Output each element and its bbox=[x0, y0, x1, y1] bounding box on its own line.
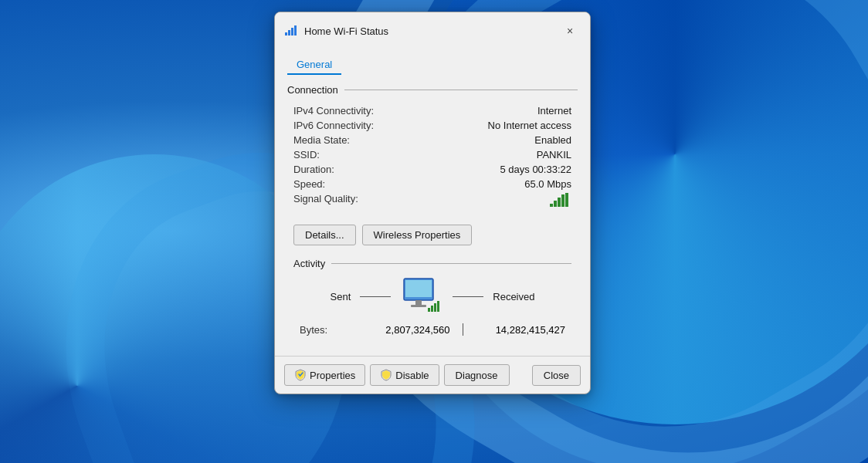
connection-label: Connection bbox=[287, 84, 338, 96]
ipv6-value: No Internet access bbox=[488, 120, 571, 131]
ssid-label: SSID: bbox=[293, 149, 320, 161]
received-line bbox=[453, 296, 483, 297]
ipv4-label: IPv4 Connectivity: bbox=[293, 105, 374, 117]
svg-rect-4 bbox=[550, 204, 553, 207]
svg-rect-6 bbox=[558, 198, 561, 207]
svg-rect-7 bbox=[561, 194, 565, 207]
bytes-row: Bytes: 2,807,324,560 14,282,415,427 bbox=[293, 322, 571, 337]
disable-shield-icon bbox=[380, 369, 392, 381]
disable-label: Disable bbox=[395, 370, 429, 381]
svg-rect-12 bbox=[411, 305, 426, 307]
wireless-properties-button[interactable]: Wireless Properties bbox=[362, 225, 473, 245]
activity-area: Activity Sent bbox=[287, 252, 578, 343]
close-title-button[interactable]: × bbox=[559, 20, 581, 42]
bytes-divider bbox=[463, 323, 463, 336]
duration-label: Duration: bbox=[293, 164, 334, 175]
tab-bar: General bbox=[287, 51, 578, 81]
duration-row: Duration: 5 days 00:33:22 bbox=[287, 162, 578, 177]
activity-label: Activity bbox=[293, 258, 325, 269]
connection-info-table: IPv4 Connectivity: Internet IPv6 Connect… bbox=[287, 103, 578, 211]
media-state-value: Enabled bbox=[534, 134, 571, 146]
wifi-icon bbox=[284, 22, 298, 40]
speed-label: Speed: bbox=[293, 178, 325, 190]
ssid-value: PANKIL bbox=[537, 149, 571, 161]
connection-divider bbox=[344, 90, 578, 90]
svg-rect-0 bbox=[285, 32, 287, 35]
activity-center: Sent bbox=[293, 277, 571, 316]
media-state-row: Media State: Enabled bbox=[287, 133, 578, 147]
bytes-sent: 2,807,324,560 bbox=[354, 324, 456, 336]
signal-value bbox=[550, 193, 571, 209]
received-label: Received bbox=[493, 291, 534, 302]
svg-rect-2 bbox=[291, 28, 293, 35]
media-state-label: Media State: bbox=[293, 134, 350, 146]
svg-rect-5 bbox=[554, 201, 557, 207]
svg-rect-1 bbox=[288, 30, 290, 35]
bottom-section: Properties Disable Diagnose Close bbox=[275, 356, 590, 394]
close-button[interactable]: Close bbox=[532, 365, 581, 386]
ipv4-row: IPv4 Connectivity: Internet bbox=[287, 103, 578, 118]
svg-rect-16 bbox=[437, 301, 439, 312]
ipv6-label: IPv6 Connectivity: bbox=[293, 120, 374, 131]
computer-activity-icon bbox=[400, 277, 443, 316]
signal-row: Signal Quality: bbox=[287, 191, 578, 211]
ssid-row: SSID: PANKIL bbox=[287, 147, 578, 162]
connection-buttons: Details... Wireless Properties bbox=[287, 220, 578, 252]
details-button[interactable]: Details... bbox=[293, 225, 356, 245]
disable-button[interactable]: Disable bbox=[370, 364, 439, 386]
tab-general[interactable]: General bbox=[287, 56, 341, 75]
dialog-title: Home Wi-Fi Status bbox=[304, 25, 388, 37]
properties-button[interactable]: Properties bbox=[284, 364, 365, 386]
title-bar: Home Wi-Fi Status × bbox=[275, 12, 590, 48]
svg-rect-15 bbox=[434, 303, 436, 312]
activity-divider bbox=[331, 263, 571, 264]
svg-rect-14 bbox=[431, 306, 433, 312]
sent-label: Sent bbox=[331, 291, 351, 302]
bytes-label: Bytes: bbox=[300, 324, 354, 336]
sent-line bbox=[360, 296, 391, 297]
speed-row: Speed: 65.0 Mbps bbox=[287, 177, 578, 191]
svg-rect-3 bbox=[294, 25, 297, 35]
activity-section-header: Activity bbox=[293, 258, 571, 269]
properties-label: Properties bbox=[310, 370, 355, 381]
title-left: Home Wi-Fi Status bbox=[284, 22, 388, 40]
bottom-left-buttons: Properties Disable Diagnose bbox=[284, 364, 510, 386]
bytes-received: 14,282,415,427 bbox=[470, 324, 566, 336]
svg-rect-11 bbox=[415, 300, 422, 305]
signal-label: Signal Quality: bbox=[293, 193, 358, 209]
svg-rect-8 bbox=[565, 193, 568, 207]
speed-value: 65.0 Mbps bbox=[524, 178, 571, 190]
ipv6-row: IPv6 Connectivity: No Internet access bbox=[287, 118, 578, 133]
diagnose-button[interactable]: Diagnose bbox=[444, 364, 510, 386]
connection-section-header: Connection bbox=[287, 84, 578, 96]
ipv4-value: Internet bbox=[537, 105, 571, 117]
duration-value: 5 days 00:33:22 bbox=[500, 164, 571, 175]
svg-rect-13 bbox=[428, 308, 430, 312]
wifi-status-dialog: Home Wi-Fi Status × General Connection I… bbox=[274, 12, 591, 394]
dialog-body: General Connection IPv4 Connectivity: In… bbox=[275, 48, 590, 353]
properties-shield-icon bbox=[294, 369, 307, 381]
svg-rect-10 bbox=[405, 280, 432, 297]
